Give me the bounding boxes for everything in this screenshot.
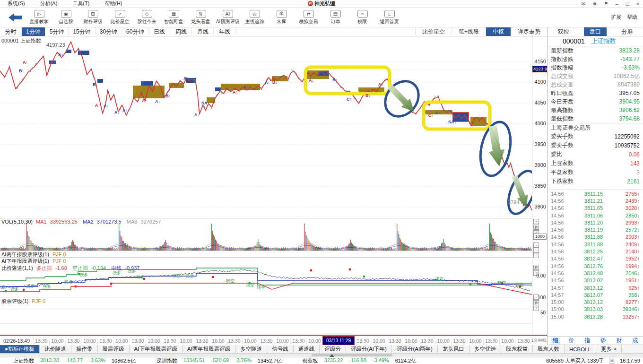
indicator-tab-●指标/○模板[interactable]: ●指标/○模板 bbox=[0, 345, 40, 353]
tick-row[interactable]: 15:003813.128277↑ bbox=[547, 298, 643, 305]
tunnel-pane[interactable]: 比价隧道(1,1) 多止损 -1.68 空止损 -0.194 中线 -0.937… bbox=[0, 264, 532, 297]
indicator-tab-评级分(AI下年)[interactable]: 评级分(AI下年) bbox=[346, 345, 392, 353]
toolbar-button-龙头看盘[interactable]: ⇅龙头看盘 bbox=[187, 10, 214, 25]
tick-row[interactable]: 14:573813.12625↑ bbox=[547, 284, 643, 291]
tick-row[interactable]: 14:563811.192572↓ bbox=[547, 226, 643, 233]
stock-rating-pane[interactable]: 股票评级(1) PJF 0 bbox=[0, 297, 532, 335]
view-tab-详尽走势[interactable]: 详尽走势 bbox=[511, 27, 547, 36]
tick-row[interactable]: 14:563811.882903↑ bbox=[547, 234, 643, 241]
view-tab-比价星空[interactable]: 比价星空 bbox=[415, 27, 452, 36]
toolbar-button-智能盯盘[interactable]: ▦智能盯盘 bbox=[160, 10, 187, 25]
tick-row[interactable]: 14:563812.252140↑ bbox=[547, 248, 643, 255]
menu-item[interactable]: 分析(A) bbox=[33, 0, 65, 7]
indicator-tab-评级分[interactable]: 评级分 bbox=[320, 345, 346, 353]
pane-button-参[interactable]: 参 bbox=[533, 225, 539, 230]
mode-tab-分屏[interactable]: 分屏 bbox=[616, 27, 638, 36]
tick-list[interactable]: 14:563811.152755↑14:563811.212439↑14:563… bbox=[547, 190, 643, 320]
panel-tab-势[interactable]: 势 bbox=[599, 337, 608, 345]
tick-row[interactable]: 14:563811.653020↑ bbox=[547, 205, 643, 212]
message-icon[interactable]: ✉ bbox=[578, 1, 589, 6]
pane-button--[interactable]: - bbox=[533, 248, 539, 253]
ai1-rating-pane[interactable]: AI下年报股票评级(1) PJF 0 bbox=[0, 257, 532, 264]
pane-button--[interactable]: - bbox=[533, 243, 539, 248]
toolbar-button-股往今来[interactable]: ◇股往今来 bbox=[133, 10, 160, 25]
skin-icon[interactable]: ⚑ bbox=[600, 1, 612, 6]
indicator-tab-AI下年报股票评级[interactable]: AI下年报股票评级 bbox=[130, 345, 182, 353]
toolbar-button-财务评级[interactable]: ⊞财务评级 bbox=[79, 10, 106, 25]
panel-tab-细[interactable]: 细 bbox=[551, 337, 560, 345]
panel-tab-成[interactable]: 成 bbox=[630, 337, 640, 345]
tick-row[interactable]: 14:563812.482046↓ bbox=[547, 269, 643, 277]
time-axis[interactable]: 02/26-13:4913:3010:0013:3010:0013:3010:0… bbox=[0, 335, 547, 345]
toolbar-button-订单[interactable]: ▤订单 bbox=[322, 10, 349, 25]
indicator-tab-多空优选[interactable]: 多空优选 bbox=[469, 345, 501, 353]
period-tab-周线[interactable]: 周线 bbox=[170, 27, 192, 36]
pane-button-参[interactable]: 参 bbox=[533, 265, 539, 270]
period-tab-5分钟[interactable]: 5分钟 bbox=[45, 27, 69, 36]
period-tab-30分钟[interactable]: 30分钟 bbox=[96, 27, 122, 36]
main-price-chart[interactable]: 000001 上证指数 4197.23 3794.68 A↑B↓A↑B↓A↑A↓… bbox=[0, 36, 532, 218]
period-tab-年线[interactable]: 年线 bbox=[214, 27, 235, 36]
toolbar-button-AI预测评级[interactable]: AIAI预测评级 bbox=[214, 10, 241, 25]
toolbar-button-直播教学[interactable]: ▷直播教学 bbox=[26, 10, 52, 25]
tick-row[interactable]: 15:003813.2819257↑ bbox=[547, 313, 643, 320]
toolbar-button-模拟交易[interactable]: ⇄模拟交易 bbox=[295, 10, 322, 25]
toolbar-button-权限[interactable]: ○权限 bbox=[349, 10, 376, 25]
pane-button--[interactable]: - bbox=[533, 253, 539, 258]
period-tab-日线[interactable]: 日线 bbox=[148, 27, 170, 36]
restore-button[interactable]: □ bbox=[622, 1, 633, 7]
indicator-tab-操作带[interactable]: 操作带 bbox=[71, 345, 98, 353]
tick-row[interactable]: 14:563812.761994↑ bbox=[547, 262, 643, 269]
stock-name[interactable]: 上证指数 bbox=[591, 37, 616, 45]
menu-item[interactable]: 帮助(H) bbox=[97, 0, 130, 7]
pane-button-?[interactable]: ? bbox=[533, 306, 539, 311]
volume-pane[interactable]: VOL(5,10,30) MA1 3392563.25 MA2 3701273.… bbox=[0, 218, 532, 251]
period-tab-60分钟[interactable]: 60分钟 bbox=[122, 27, 148, 36]
pane-button-+[interactable]: + bbox=[533, 219, 539, 224]
indicator-tab-评级分(AI两年)[interactable]: 评级分(AI两年) bbox=[392, 345, 438, 353]
menu-item[interactable]: 工具(T) bbox=[65, 0, 97, 7]
indicator-tab-股东人数[interactable]: 股东人数 bbox=[533, 345, 565, 353]
minimize-button[interactable]: – bbox=[612, 1, 622, 7]
scrollbar-thumb[interactable] bbox=[312, 354, 392, 356]
indicator-tab-多空隧道[interactable]: 多空隧道 bbox=[235, 345, 267, 353]
toolbar-button-米库[interactable]: 米米库 bbox=[268, 10, 295, 25]
panel-tab-价[interactable]: 价 bbox=[566, 337, 576, 345]
tick-row[interactable]: 14:563813.021951↑ bbox=[547, 277, 643, 284]
indicator-tab-股东权益[interactable]: 股东权益 bbox=[501, 345, 533, 353]
back-button[interactable] bbox=[4, 12, 26, 23]
tick-row[interactable]: 14:563811.882409↑ bbox=[547, 241, 643, 248]
mode-tab-盘口[interactable]: 盘口 bbox=[584, 27, 607, 36]
view-tab-笔+线段[interactable]: 笔+线段 bbox=[452, 27, 486, 36]
tick-row[interactable]: 14:563811.152755↑ bbox=[547, 190, 643, 197]
period-tab-1分钟[interactable]: 1分钟 bbox=[22, 27, 45, 36]
toolbar-link-帮助[interactable]: 帮助 bbox=[627, 14, 637, 21]
toolbar-link-扩展[interactable]: 扩展 bbox=[611, 14, 621, 21]
ai2-rating-pane[interactable]: AI两年报股票评级(1) PJF 0 bbox=[0, 251, 532, 257]
tick-row[interactable]: 14:563812.471952↑ bbox=[547, 255, 643, 262]
menu-item[interactable]: 系统(S) bbox=[0, 0, 33, 7]
panel-tab-指[interactable]: 指 bbox=[582, 337, 592, 345]
indicator-tab-龙头风口[interactable]: 龙头风口 bbox=[438, 345, 469, 353]
panel-tab-财[interactable]: 财 bbox=[614, 337, 624, 345]
indicator-tab-股票评级[interactable]: 股票评级 bbox=[98, 345, 130, 353]
indicator-tab-更多 >[interactable]: 更多 > bbox=[596, 345, 622, 353]
tab-scrollbar[interactable] bbox=[0, 354, 643, 357]
indicator-tab-信号线[interactable]: 信号线 bbox=[267, 345, 294, 353]
toolbar-button-比价星空[interactable]: ↗比价星空 bbox=[106, 10, 133, 25]
close-button[interactable]: × bbox=[633, 1, 643, 7]
toolbar-button-主线追踪[interactable]: ◎主线追踪 bbox=[241, 10, 268, 25]
pane-button-参[interactable]: 参 bbox=[533, 300, 539, 305]
view-tab-中枢[interactable]: 中枢 bbox=[486, 27, 511, 36]
indicator-tab-AI两年报股票评级[interactable]: AI两年报股票评级 bbox=[182, 345, 235, 353]
user-icon[interactable]: ☻ bbox=[589, 1, 600, 6]
toolbar-button-返回首页[interactable]: ⌂返回首页 bbox=[376, 10, 403, 25]
period-tab-分时[interactable]: 分时 bbox=[0, 27, 22, 36]
indicator-tab-通道线[interactable]: 通道线 bbox=[294, 345, 320, 353]
period-tab-月线[interactable]: 月线 bbox=[192, 27, 214, 36]
tick-row[interactable]: 15:003813.0339346↓ bbox=[547, 306, 643, 313]
toolbar-button-自选股[interactable]: ◉自选股 bbox=[52, 10, 79, 25]
indicator-tab-比价隧道[interactable]: 比价隧道 bbox=[40, 345, 71, 353]
mail-icon[interactable]: ✉ bbox=[609, 358, 616, 364]
mode-tab-双控[interactable]: 双控 bbox=[552, 27, 575, 36]
